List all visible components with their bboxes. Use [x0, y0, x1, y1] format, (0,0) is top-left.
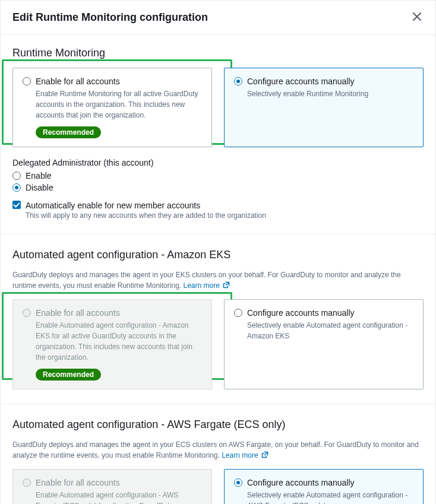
- delegated-disable-label: Disable: [26, 183, 53, 192]
- fargate-enable-all-desc: Enable Automated agent configuration - A…: [36, 490, 202, 504]
- fargate-enable-all-radio: [23, 478, 31, 487]
- fargate-learn-more-text: Learn more: [222, 451, 258, 459]
- delegated-disable-radio[interactable]: [12, 183, 21, 192]
- auto-enable-new-checkbox[interactable]: [12, 201, 21, 209]
- rm-enable-all-desc: Enable Runtime Monitoring for all active…: [36, 88, 202, 121]
- fargate-manual-card[interactable]: Configure accounts manually Selectively …: [224, 469, 424, 504]
- fargate-enable-all-card: Enable for all accounts Enable Automated…: [12, 469, 212, 504]
- fargate-manual-label: Configure accounts manually: [247, 478, 355, 487]
- delegated-enable-label: Enable: [26, 171, 52, 180]
- external-link-icon: [261, 451, 268, 458]
- rm-manual-label: Configure accounts manually: [247, 77, 355, 86]
- edit-runtime-monitoring-modal: Edit Runtime Monitoring configuration Ru…: [0, 0, 436, 504]
- close-icon: [413, 12, 421, 21]
- eks-title: Automated agent configuration - Amazon E…: [12, 249, 424, 261]
- eks-enable-all-label: Enable for all accounts: [36, 308, 120, 318]
- auto-enable-new-label: Automatically enable for new member acco…: [26, 201, 200, 210]
- eks-manual-card[interactable]: Configure accounts manually Selectively …: [224, 299, 424, 389]
- rm-enable-all-label: Enable for all accounts: [36, 77, 120, 86]
- runtime-monitoring-title: Runtime Monitoring: [12, 47, 424, 59]
- rm-enable-all-card[interactable]: Enable for all accounts Enable Runtime M…: [12, 68, 212, 147]
- eks-enable-all-card: Enable for all accounts Enable Automated…: [12, 299, 212, 389]
- fargate-title: Automated agent configuration - AWS Farg…: [12, 419, 424, 431]
- eks-learn-more-link[interactable]: Learn more: [183, 281, 230, 290]
- recommended-badge: Recommended: [36, 126, 101, 138]
- modal-header: Edit Runtime Monitoring configuration: [1, 1, 435, 35]
- fargate-manual-desc: Selectively enable Automated agent confi…: [247, 490, 413, 504]
- delegated-enable-radio[interactable]: [12, 172, 21, 180]
- rm-manual-card[interactable]: Configure accounts manually Selectively …: [224, 68, 424, 147]
- eks-manual-label: Configure accounts manually: [247, 308, 355, 318]
- fargate-manual-radio[interactable]: [234, 478, 242, 487]
- external-link-icon: [223, 281, 230, 289]
- delegated-admin-label: Delegated Administrator (this account): [12, 158, 424, 167]
- section-divider: [1, 234, 435, 234]
- eks-manual-radio[interactable]: [234, 309, 242, 317]
- section-divider: [1, 404, 435, 404]
- rm-enable-all-radio[interactable]: [23, 77, 31, 85]
- fargate-enable-all-label: Enable for all accounts: [36, 478, 120, 487]
- rm-manual-radio[interactable]: [234, 77, 242, 85]
- fargate-desc-text: GuardDuty deploys and manages the agent …: [12, 440, 419, 459]
- fargate-learn-more-link[interactable]: Learn more: [222, 451, 268, 459]
- eks-desc: GuardDuty deploys and manages the agent …: [12, 270, 424, 291]
- rm-manual-desc: Selectively enable Runtime Monitoring: [247, 88, 413, 99]
- auto-enable-new-desc: This will apply to any new accounts when…: [26, 211, 266, 220]
- close-button[interactable]: [410, 10, 424, 25]
- modal-title: Edit Runtime Monitoring configuration: [12, 11, 208, 24]
- eks-learn-more-text: Learn more: [183, 281, 219, 290]
- eks-enable-all-radio: [23, 309, 31, 317]
- eks-manual-desc: Selectively enable Automated agent confi…: [247, 320, 413, 341]
- eks-enable-all-desc: Enable Automated agent configuration - A…: [36, 320, 202, 363]
- recommended-badge: Recommended: [36, 369, 101, 381]
- fargate-desc: GuardDuty deploys and manages the agent …: [12, 439, 424, 461]
